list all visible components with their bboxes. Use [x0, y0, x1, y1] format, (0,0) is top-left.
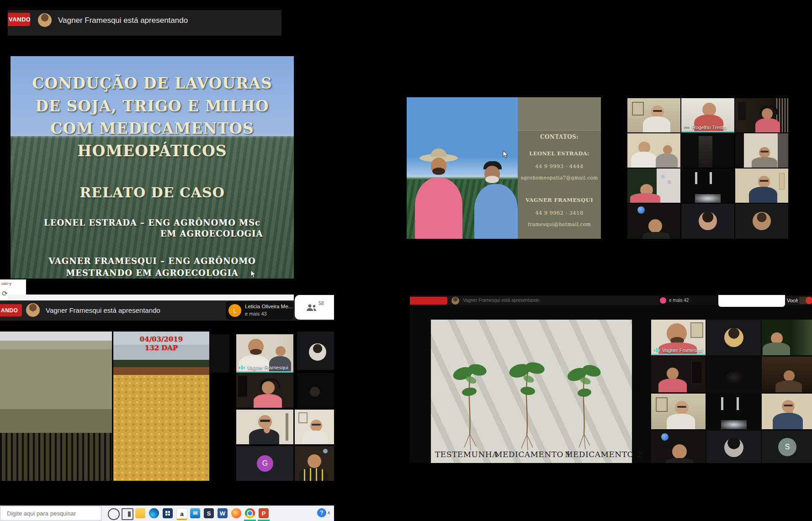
meet-header-bar-4: Vagner Framesqui está apresentando e mai…	[410, 296, 812, 305]
participants-chip-more: e mais 42	[669, 298, 689, 303]
participants-chip-name: Leticia Oliveira Me...	[245, 304, 292, 309]
browser-tab-text: uav-y	[1, 281, 11, 286]
people-icon	[306, 304, 318, 312]
meet-header-bar-2: ANDO Vagner Framesqui está apresentando …	[0, 300, 334, 321]
contact-name-2: VAGNER FRAMESQUI	[518, 197, 601, 203]
slide-title-line3: COM MEDICAMENTOS	[11, 120, 294, 137]
active-speaker-bar	[651, 354, 706, 355]
participant-tile[interactable]	[627, 204, 680, 239]
participant-tile[interactable]	[735, 168, 788, 203]
recording-badge: VANDO	[8, 13, 30, 26]
amazon-icon[interactable]: a	[176, 508, 187, 520]
reload-icon[interactable]: ⟳	[2, 289, 8, 298]
dark-doorway	[699, 136, 712, 168]
s-app-icon[interactable]: S	[204, 508, 214, 518]
participant-tile[interactable]	[762, 357, 812, 392]
light-reflection	[721, 397, 723, 410]
presenter-banner: Vagner Framesqui está apresentando	[46, 306, 160, 314]
participant-tile[interactable]	[627, 98, 680, 132]
participant-tile[interactable]	[735, 204, 788, 239]
wall-frame	[656, 397, 668, 412]
participant-tile[interactable]	[295, 446, 334, 481]
participant-tile[interactable]	[762, 320, 812, 355]
participant-tile-speaker[interactable]: •••Rogelho Trento	[681, 98, 734, 132]
presenter-avatar[interactable]	[451, 297, 459, 305]
participant-tile[interactable]	[627, 168, 680, 203]
person-torso	[763, 342, 790, 355]
people-count-panel[interactable]: 58	[295, 295, 334, 320]
participant-tile[interactable]	[651, 431, 706, 463]
taskbar-search-input[interactable]	[0, 506, 101, 521]
participant-tile[interactable]	[651, 357, 706, 392]
slide-title-screen: CONDUÇÃO DE LAVOURAS DE SOJA, TRIGO E MI…	[11, 56, 294, 279]
glasses	[760, 151, 769, 153]
task-view-icon[interactable]	[122, 508, 133, 520]
presenter-avatar[interactable]	[26, 303, 40, 317]
person-torso	[415, 178, 462, 239]
presenter-avatar[interactable]	[38, 13, 52, 27]
file-explorer-icon[interactable]	[135, 508, 145, 518]
store-icon[interactable]	[163, 508, 173, 518]
contact-email-1: agrohomeopatia7@gmail.com	[518, 175, 601, 180]
contact-email-2: framesqui@hotmail.com	[518, 221, 601, 227]
participant-tile[interactable]	[706, 320, 761, 355]
participant-tile[interactable]	[681, 133, 734, 168]
active-speaker-bar	[236, 371, 293, 373]
participant-tile[interactable]	[236, 373, 293, 408]
speaker-box	[238, 376, 247, 397]
participant-tile[interactable]	[651, 394, 706, 429]
wall-frame	[690, 322, 703, 338]
help-icon[interactable]: ?	[317, 508, 326, 517]
participant-tile[interactable]	[681, 204, 734, 239]
soybeans-texture	[113, 375, 209, 481]
cursor-icon	[250, 270, 256, 278]
contacts-heading: CONTATOS:	[518, 134, 601, 140]
person-head	[759, 147, 770, 158]
participant-tile[interactable]	[706, 357, 761, 392]
participant-tile[interactable]	[681, 168, 734, 203]
tray-arrow-icon[interactable]: ∧	[327, 510, 330, 515]
participant-tile-speaker[interactable]: Vagner Framesqui	[236, 334, 293, 373]
chrome-icon[interactable]	[245, 508, 255, 518]
participant-letter-avatar: G	[257, 455, 273, 472]
active-speaker-bar	[681, 131, 734, 132]
light-reflection	[737, 397, 739, 410]
light-reflection	[710, 172, 712, 184]
person-head	[667, 368, 679, 379]
person-head	[310, 420, 322, 432]
participant-tile[interactable]	[735, 98, 788, 132]
harvester-bar	[0, 433, 112, 481]
mail-icon[interactable]: ✉	[190, 508, 200, 518]
participants-chip[interactable]: e mais 42	[658, 296, 722, 305]
participant-tile[interactable]	[297, 332, 334, 370]
participant-tile[interactable]	[209, 334, 229, 373]
seedling-plants	[431, 320, 632, 463]
firefox-icon[interactable]	[231, 508, 241, 518]
participant-tile[interactable]	[297, 373, 334, 408]
white-beard	[485, 176, 499, 183]
participant-tile[interactable]	[295, 410, 334, 444]
participants-chip[interactable]: L Leticia Oliveira Me... e mais 43	[226, 301, 293, 320]
participant-tile[interactable]: G	[236, 446, 293, 481]
participant-tile-speaker[interactable]: Vagner Framesqui	[651, 320, 706, 355]
participant-tile[interactable]	[735, 133, 788, 168]
participant-tile[interactable]	[762, 394, 812, 429]
beard	[432, 168, 445, 175]
word-icon[interactable]: W	[218, 508, 228, 518]
participant-tile[interactable]	[706, 431, 761, 463]
recording-badge: ANDO	[0, 304, 22, 316]
participant-tile[interactable]	[706, 394, 761, 429]
participant-tile[interactable]	[236, 410, 293, 444]
participant-tile[interactable]: S	[762, 431, 812, 463]
participant-photo-avatar	[699, 212, 717, 230]
faint-glow	[725, 370, 743, 384]
person-torso	[749, 187, 777, 203]
cursor-icon	[503, 151, 508, 158]
participant-tile[interactable]	[627, 133, 680, 168]
edge-icon[interactable]	[149, 508, 159, 518]
person-torso	[302, 431, 328, 444]
floor-lamp	[286, 413, 288, 441]
powerpoint-icon[interactable]: P	[259, 508, 269, 518]
cortana-icon[interactable]	[108, 508, 120, 520]
contact-phone-2: 44 9 9962 - 3418	[518, 210, 601, 216]
